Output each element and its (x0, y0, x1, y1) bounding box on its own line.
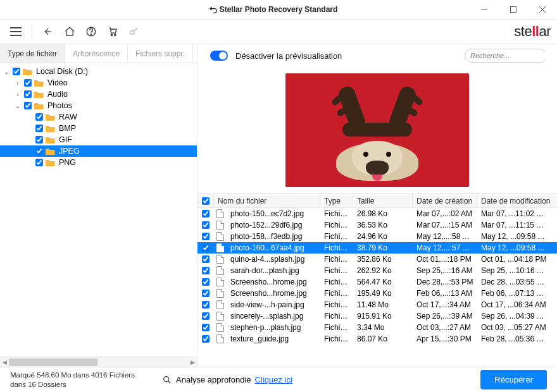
tree-checkbox[interactable] (13, 68, 20, 75)
tree-label: JPEG (59, 147, 80, 156)
row-checkbox[interactable] (202, 278, 210, 286)
table-row[interactable]: photo-160...67aa4.jpgFichiers38.79 KoMay… (197, 242, 557, 254)
help-button[interactable] (82, 22, 101, 41)
cart-button[interactable] (103, 22, 122, 41)
file-icon (216, 323, 224, 332)
chevron-right-icon[interactable]: › (14, 80, 22, 87)
row-checkbox[interactable] (202, 244, 210, 252)
tree-item[interactable]: GIF (0, 134, 197, 145)
table-row[interactable]: photo-158...f3edb.jpgFichiers24.96 KoMay… (197, 231, 557, 242)
tree-item[interactable]: ›Audio (0, 89, 197, 100)
tree-label: RAW (59, 113, 77, 121)
preview-toggle[interactable] (210, 51, 228, 61)
table-row[interactable]: stephen-p...plash.jpgFichiers3.34 MoOct … (197, 322, 557, 333)
tree-checkbox[interactable] (35, 113, 43, 121)
close-button[interactable] (528, 0, 557, 19)
scroll-left-icon[interactable]: ◀ (0, 357, 9, 367)
tree-checkbox[interactable] (35, 125, 43, 132)
deep-scan-link[interactable]: Cliquez ici (255, 375, 292, 384)
table-row[interactable]: photo-150...ec7d2.jpgFichiers26.98 KoMar… (197, 208, 557, 219)
content-area: Désactiver la prévisualisation (197, 44, 557, 367)
select-all-checkbox[interactable] (202, 197, 210, 205)
row-checkbox[interactable] (202, 210, 210, 217)
table-row[interactable]: sarah-dor...plash.jpgFichiers262.92 KoSe… (197, 265, 557, 276)
table-row[interactable]: quino-al-4...splash.jpgFichiers352.86 Ko… (197, 254, 557, 265)
row-checkbox[interactable] (202, 221, 210, 229)
cell-size: 36.53 Ko (353, 221, 413, 230)
tree-checkbox[interactable] (35, 159, 43, 166)
cell-size: 11.48 Mo (353, 300, 413, 309)
scroll-right-icon[interactable]: ▶ (188, 357, 197, 367)
cell-name: quino-al-4...splash.jpg (227, 255, 320, 264)
tree-checkbox[interactable] (35, 147, 43, 155)
column-modified[interactable]: Date de modification (477, 194, 551, 207)
column-size[interactable]: Taille (353, 194, 413, 207)
cell-name: photo-158...f3edb.jpg (227, 232, 320, 241)
row-checkbox[interactable] (202, 233, 210, 240)
table-row[interactable]: sincerely-...splash.jpgFichiers915.91 Ko… (197, 310, 557, 322)
chevron-right-icon[interactable]: › (14, 91, 22, 98)
tree-checkbox[interactable] (24, 79, 32, 87)
chevron-down-icon[interactable]: ⌄ (14, 102, 22, 109)
cell-created: Mar 07,...:02 AM (413, 209, 477, 218)
deep-scan-section: Analyse approfondie Cliquez ici (162, 375, 480, 385)
tree-item[interactable]: PNG (0, 157, 197, 168)
tree-checkbox[interactable] (24, 102, 32, 109)
cell-created: Sep 25,...:16 AM (413, 266, 477, 275)
folder-icon (23, 68, 33, 75)
tree-item[interactable]: BMP (0, 123, 197, 134)
table-row[interactable]: texture_guide.jpgFichiers86.07 KoApr 15,… (197, 333, 557, 345)
tree-checkbox[interactable] (24, 90, 32, 98)
sidebar-tab[interactable]: Fichiers suppr. (128, 44, 193, 63)
preview-pane (197, 67, 557, 193)
row-checkbox[interactable] (202, 335, 210, 343)
undo-icon (209, 4, 219, 15)
row-checkbox[interactable] (202, 267, 210, 274)
file-icon (216, 278, 224, 286)
table-row[interactable]: Screensho...hrome.jpgFichiers195.49 KoFe… (197, 288, 557, 299)
maximize-button[interactable] (499, 0, 528, 19)
cell-type: Fichiers (320, 289, 353, 298)
search-box[interactable] (465, 49, 547, 63)
tree-item[interactable]: RAW (0, 111, 197, 123)
chevron-down-icon[interactable]: ⌄ (3, 68, 10, 75)
table-row[interactable]: photo-152...29df6.jpgFichiers36.53 KoMar… (197, 219, 557, 231)
back-button[interactable] (39, 22, 58, 41)
home-button[interactable] (60, 22, 79, 41)
column-type[interactable]: Type (320, 194, 353, 207)
cell-created: Oct 01,...:18 PM (413, 255, 477, 264)
tree-item[interactable]: ⌄Photos (0, 100, 197, 111)
row-checkbox[interactable] (202, 301, 210, 309)
cell-created: Mar 07,...:15 AM (413, 221, 477, 230)
tree-item[interactable]: JPEG (0, 145, 197, 157)
column-created[interactable]: Date de création (413, 194, 477, 207)
search-input[interactable] (470, 52, 557, 59)
minimize-button[interactable] (470, 0, 499, 19)
row-checkbox[interactable] (202, 312, 210, 320)
folder-icon (46, 113, 56, 121)
svg-point-10 (115, 34, 116, 35)
menu-button[interactable] (6, 22, 25, 41)
file-icon (216, 266, 224, 275)
row-checkbox[interactable] (202, 324, 210, 331)
cell-modified: Dec 28, ...03:55 PM (477, 278, 551, 286)
sidebar-tab[interactable]: Arborescence (65, 44, 128, 63)
table-row[interactable]: side-view-...h-pain.jpgFichiers11.48 MoO… (197, 299, 557, 310)
cell-name: sarah-dor...plash.jpg (227, 266, 320, 275)
horizontal-scrollbar[interactable]: ◀ ▶ (0, 357, 197, 367)
scroll-thumb[interactable] (9, 358, 97, 366)
table-row[interactable]: Screensho...hrome.jpgFichiers564.47 KoDe… (197, 276, 557, 288)
row-checkbox[interactable] (202, 255, 210, 263)
tree-item[interactable]: ⌄Local Disk (D:) (0, 66, 197, 77)
file-tree[interactable]: ⌄Local Disk (D:)›Vidéo›Audio⌄PhotosRAWBM… (0, 63, 197, 357)
recover-button[interactable]: Récupérer (480, 370, 547, 389)
cell-modified: Feb 06, ...07:13 AM (477, 289, 551, 298)
row-checkbox[interactable] (202, 290, 210, 297)
tree-checkbox[interactable] (35, 136, 43, 144)
tree-item[interactable]: ›Vidéo (0, 77, 197, 89)
file-icon (216, 232, 224, 241)
column-name[interactable]: Nom du fichier (214, 194, 320, 207)
key-button[interactable] (125, 22, 144, 41)
cell-name: stephen-p...plash.jpg (227, 323, 320, 332)
sidebar-tab[interactable]: Type de fichier (0, 44, 65, 63)
